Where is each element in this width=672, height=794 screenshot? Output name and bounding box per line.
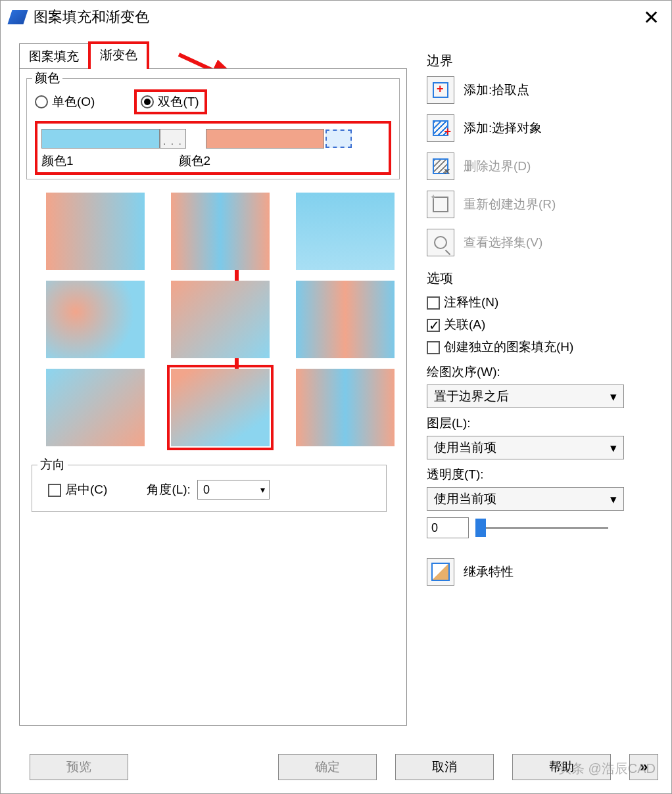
ok-button[interactable]: 确定 xyxy=(278,754,377,780)
color-group-title: 颜色 xyxy=(32,70,62,87)
color1-swatch[interactable] xyxy=(41,129,160,149)
close-icon[interactable]: ✕ xyxy=(643,6,660,29)
radio-one-color-label: 单色(O) xyxy=(52,93,95,110)
preview-button[interactable]: 预览 xyxy=(30,754,128,780)
gradient-option[interactable] xyxy=(296,281,395,358)
gradient-option[interactable] xyxy=(171,281,270,358)
gradient-option[interactable] xyxy=(46,369,145,446)
chevron-down-icon: ▾ xyxy=(260,484,265,495)
title-bar: 图案填充和渐变色 ✕ xyxy=(1,1,671,34)
transparency-slider[interactable] xyxy=(477,517,608,538)
center-checkbox[interactable]: 居中(C) xyxy=(48,481,107,498)
annotation-highlight: 双色(T) xyxy=(134,89,206,114)
delete-boundary-label: 删除边界(D) xyxy=(464,158,531,175)
layer-combo[interactable]: 使用当前项▾ xyxy=(427,436,624,459)
center-label: 居中(C) xyxy=(65,482,107,496)
annotative-checkbox[interactable]: 注释性(N) xyxy=(427,295,498,309)
draw-order-combo[interactable]: 置于边界之后▾ xyxy=(427,385,624,408)
angle-value: 0 xyxy=(203,483,210,497)
tab-hatch[interactable]: 图案填充 xyxy=(19,43,88,69)
separate-hatch-checkbox[interactable]: 创建独立的图案填充(H) xyxy=(427,340,573,354)
view-selection-label: 查看选择集(V) xyxy=(464,234,542,251)
brush-icon xyxy=(431,563,450,581)
app-logo-icon xyxy=(7,10,28,24)
delete-boundary-button[interactable] xyxy=(427,152,454,180)
angle-combo[interactable]: 0▾ xyxy=(197,480,270,500)
associative-checkbox[interactable]: 关联(A) xyxy=(427,317,485,331)
add-pick-label: 添加:拾取点 xyxy=(464,82,529,99)
color2-label: 颜色2 xyxy=(179,152,211,170)
add-select-label: 添加:选择对象 xyxy=(464,120,542,137)
gradient-option-selected[interactable] xyxy=(171,369,270,446)
color-group: 颜色 单色(O) 双色(T) xyxy=(26,78,400,179)
radio-two-color-label: 双色(T) xyxy=(158,93,199,110)
recreate-boundary-button[interactable] xyxy=(427,191,454,218)
separate-label: 创建独立的图案填充(H) xyxy=(444,340,573,354)
add-pick-point-button[interactable] xyxy=(427,76,454,104)
annotative-label: 注释性(N) xyxy=(444,295,498,309)
layer-value: 使用当前项 xyxy=(434,439,496,456)
transparency-label: 透明度(T): xyxy=(427,466,637,483)
gradient-option[interactable] xyxy=(296,193,395,270)
gradient-pattern-grid xyxy=(46,193,400,446)
gradient-option[interactable] xyxy=(46,193,145,270)
radio-two-color[interactable]: 双色(T) xyxy=(141,93,199,110)
draw-order-value: 置于边界之后 xyxy=(434,388,509,405)
watermark-text: 头条 @浩辰CAD xyxy=(558,760,656,778)
color2-picker-button[interactable] xyxy=(325,129,352,148)
tab-strip: 图案填充 渐变色 xyxy=(19,40,414,69)
chevron-down-icon: ▾ xyxy=(610,492,617,507)
inherit-props-button[interactable] xyxy=(427,558,454,586)
angle-label: 角度(L): xyxy=(147,481,191,498)
color1-label: 颜色1 xyxy=(41,152,74,170)
direction-group-title: 方向 xyxy=(37,456,68,473)
tab-gradient[interactable]: 渐变色 xyxy=(88,41,149,69)
annotation-highlight: . . . 颜色1 颜色 xyxy=(35,121,391,175)
add-select-button[interactable] xyxy=(427,114,454,142)
gradient-option[interactable] xyxy=(46,281,145,358)
chevron-down-icon: ▾ xyxy=(610,440,617,455)
associative-label: 关联(A) xyxy=(444,317,485,331)
color2-swatch[interactable] xyxy=(206,129,324,149)
recreate-boundary-label: 重新创建边界(R) xyxy=(464,196,556,213)
window-title: 图案填充和渐变色 xyxy=(34,7,149,27)
magnifier-icon xyxy=(434,236,447,249)
transparency-input[interactable] xyxy=(427,517,469,538)
transparency-value: 使用当前项 xyxy=(434,490,496,507)
gradient-option[interactable] xyxy=(171,193,270,270)
direction-group: 方向 居中(C) 角度(L): 0▾ xyxy=(32,465,387,512)
radio-one-color[interactable]: 单色(O) xyxy=(35,93,95,110)
transparency-combo[interactable]: 使用当前项▾ xyxy=(427,487,624,511)
options-title: 选项 xyxy=(427,269,637,287)
gradient-panel: 颜色 单色(O) 双色(T) xyxy=(19,68,407,726)
view-selection-button[interactable] xyxy=(427,229,454,256)
boundary-title: 边界 xyxy=(427,52,637,70)
cancel-button[interactable]: 取消 xyxy=(395,754,494,780)
inherit-label: 继承特性 xyxy=(464,563,514,580)
layer-label: 图层(L): xyxy=(427,415,637,432)
dialog-window: 图案填充和渐变色 ✕ 图案填充 渐变色 颜色 单色( xyxy=(0,0,672,794)
gradient-option[interactable] xyxy=(296,369,395,446)
chevron-down-icon: ▾ xyxy=(610,389,617,404)
color1-picker-button[interactable]: . . . xyxy=(160,129,186,149)
draw-order-label: 绘图次序(W): xyxy=(427,363,637,381)
